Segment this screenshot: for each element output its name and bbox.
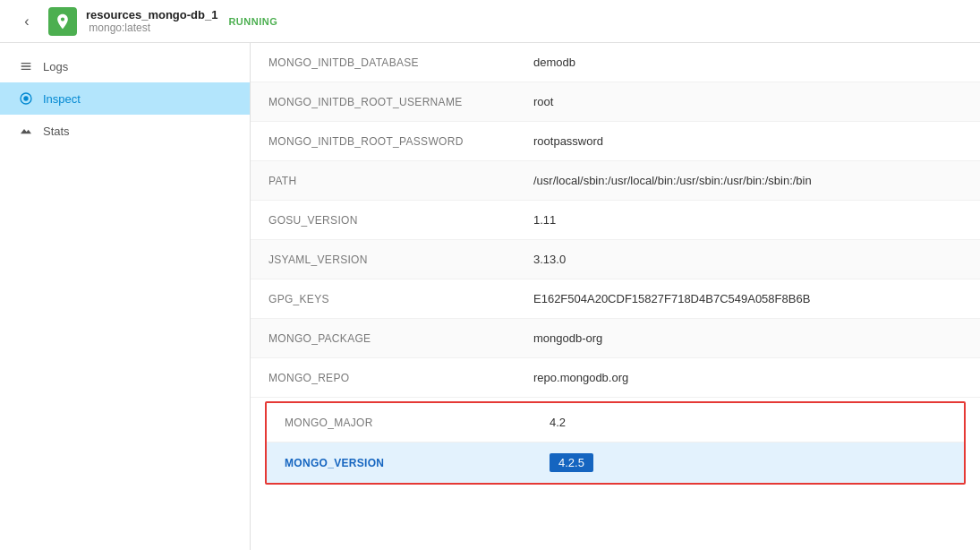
sidebar-label-stats: Stats [43, 125, 70, 138]
sidebar-item-logs[interactable]: Logs [0, 50, 250, 82]
table-row: MONGO_MAJOR4.2 [267, 403, 964, 443]
env-value: 3.13.0 [519, 240, 980, 279]
header-info: resources_mongo-db_1 mongo:latest [86, 8, 217, 34]
env-key: MONGO_VERSION [267, 443, 535, 483]
container-icon [48, 7, 77, 36]
table-row: PATH/usr/local/sbin:/usr/local/bin:/usr/… [251, 161, 980, 201]
env-key: MONGO_PACKAGE [251, 319, 519, 357]
stats-icon [18, 124, 34, 138]
env-key: MONGO_MAJOR [267, 403, 535, 442]
env-value: mongodb-org [519, 319, 980, 357]
sidebar: Logs Inspect Stats [0, 43, 251, 550]
status-area: RUNNING [228, 14, 277, 28]
env-key: MONGO_REPO [251, 358, 519, 397]
sidebar-label-logs: Logs [43, 60, 68, 73]
table-row: GOSU_VERSION1.11 [251, 201, 980, 240]
env-vars-table: MONGO_INITDB_DATABASEdemodbMONGO_INITDB_… [251, 43, 980, 398]
main-layout: Logs Inspect Stats MONGO_INITDB_DATABASE… [0, 43, 980, 550]
content-area: MONGO_INITDB_DATABASEdemodbMONGO_INITDB_… [251, 43, 980, 550]
env-key: PATH [251, 161, 519, 200]
table-row: MONGO_PACKAGEmongodb-org [251, 319, 980, 358]
mongo-icon [54, 13, 72, 30]
table-row: MONGO_INITDB_ROOT_PASSWORDrootpassword [251, 122, 980, 161]
table-row: MONGO_INITDB_ROOT_USERNAMEroot [251, 82, 980, 122]
sidebar-label-inspect: Inspect [43, 92, 81, 106]
svg-point-0 [23, 96, 28, 100]
sidebar-item-stats[interactable]: Stats [0, 115, 250, 147]
highlighted-vars-group: MONGO_MAJOR4.2MONGO_VERSION4.2.5 [265, 401, 966, 485]
header: ‹ resources_mongo-db_1 mongo:latest RUNN… [0, 0, 980, 43]
env-key: GOSU_VERSION [251, 201, 519, 239]
logs-icon [18, 59, 34, 73]
env-value: demodb [519, 43, 980, 82]
back-icon: ‹ [24, 13, 29, 30]
table-row: MONGO_REPOrepo.mongodb.org [251, 358, 980, 398]
env-value: 4.2.5 [535, 443, 964, 483]
env-key: MONGO_INITDB_ROOT_USERNAME [251, 82, 519, 121]
env-value: 1.11 [519, 201, 980, 239]
image-name: mongo:latest [89, 21, 150, 34]
table-row: MONGO_VERSION4.2.5 [267, 443, 964, 483]
env-value: 4.2 [535, 403, 964, 442]
env-key: GPG_KEYS [251, 279, 519, 318]
env-value: rootpassword [519, 122, 980, 160]
inspect-icon [18, 91, 34, 106]
env-key: MONGO_INITDB_ROOT_PASSWORD [251, 122, 519, 160]
env-key: MONGO_INITDB_DATABASE [251, 43, 519, 82]
env-value: E162F504A20CDF15827F718D4B7C549A058F8B6B [519, 279, 980, 318]
env-value: root [519, 82, 980, 121]
status-badge: RUNNING [228, 16, 277, 27]
sidebar-item-inspect[interactable]: Inspect [0, 82, 250, 115]
env-value: repo.mongodb.org [519, 358, 980, 397]
table-row: MONGO_INITDB_DATABASEdemodb [251, 43, 980, 82]
env-value: /usr/local/sbin:/usr/local/bin:/usr/sbin… [519, 161, 980, 200]
table-row: GPG_KEYSE162F504A20CDF15827F718D4B7C549A… [251, 279, 980, 319]
table-row: JSYAML_VERSION3.13.0 [251, 240, 980, 279]
container-name: resources_mongo-db_1 [86, 8, 217, 21]
back-button[interactable]: ‹ [14, 9, 39, 34]
env-key: JSYAML_VERSION [251, 240, 519, 279]
